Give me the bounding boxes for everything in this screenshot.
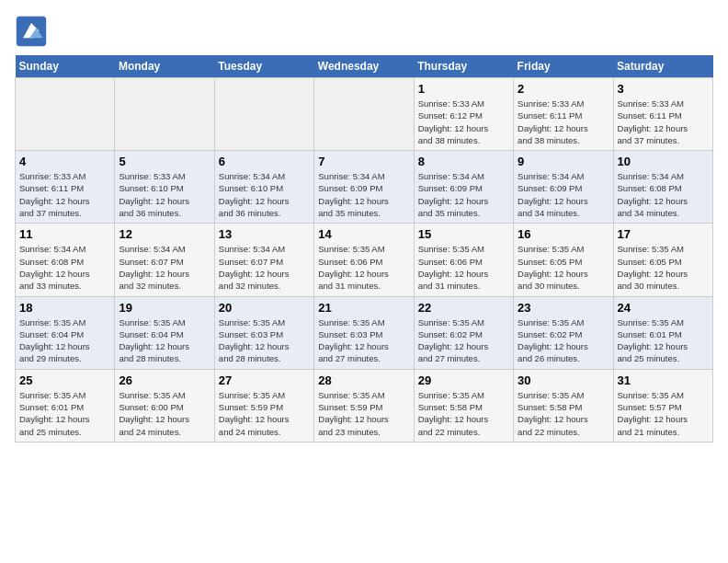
day-number: 31 (618, 373, 709, 387)
day-info: Sunrise: 5:34 AM Sunset: 6:07 PM Dayligh… (219, 243, 310, 292)
calendar-cell: 4Sunrise: 5:33 AM Sunset: 6:11 PM Daylig… (16, 151, 115, 224)
day-header-monday: Monday (115, 55, 214, 78)
day-number: 21 (318, 301, 409, 315)
day-number: 7 (318, 155, 409, 168)
day-info: Sunrise: 5:34 AM Sunset: 6:09 PM Dayligh… (318, 170, 409, 219)
calendar-cell: 9Sunrise: 5:34 AM Sunset: 6:09 PM Daylig… (514, 151, 613, 224)
calendar-cell: 14Sunrise: 5:35 AM Sunset: 6:06 PM Dayli… (314, 224, 414, 296)
calendar-cell: 7Sunrise: 5:34 AM Sunset: 6:09 PM Daylig… (314, 151, 414, 224)
day-number: 13 (219, 227, 310, 241)
calendar-cell: 27Sunrise: 5:35 AM Sunset: 5:59 PM Dayli… (214, 369, 313, 442)
calendar-cell: 24Sunrise: 5:35 AM Sunset: 6:01 PM Dayli… (613, 296, 712, 369)
day-info: Sunrise: 5:33 AM Sunset: 6:11 PM Dayligh… (518, 98, 609, 146)
calendar-week-1: 1Sunrise: 5:33 AM Sunset: 6:12 PM Daylig… (16, 78, 713, 151)
calendar-week-5: 25Sunrise: 5:35 AM Sunset: 6:01 PM Dayli… (16, 369, 713, 442)
day-info: Sunrise: 5:35 AM Sunset: 6:02 PM Dayligh… (518, 316, 609, 365)
day-info: Sunrise: 5:35 AM Sunset: 6:05 PM Dayligh… (518, 243, 609, 292)
day-header-tuesday: Tuesday (214, 55, 313, 78)
day-number: 12 (119, 227, 210, 241)
day-info: Sunrise: 5:33 AM Sunset: 6:11 PM Dayligh… (19, 170, 110, 219)
day-number: 14 (318, 227, 409, 241)
calendar-cell (314, 78, 414, 151)
day-info: Sunrise: 5:33 AM Sunset: 6:11 PM Dayligh… (618, 98, 709, 146)
day-info: Sunrise: 5:34 AM Sunset: 6:08 PM Dayligh… (618, 170, 709, 219)
day-info: Sunrise: 5:34 AM Sunset: 6:08 PM Dayligh… (19, 243, 110, 292)
calendar-week-4: 18Sunrise: 5:35 AM Sunset: 6:04 PM Dayli… (16, 296, 713, 369)
day-info: Sunrise: 5:35 AM Sunset: 6:01 PM Dayligh… (618, 316, 709, 365)
day-number: 11 (19, 227, 110, 241)
logo-icon (15, 15, 48, 48)
calendar-cell: 6Sunrise: 5:34 AM Sunset: 6:10 PM Daylig… (214, 151, 313, 224)
day-info: Sunrise: 5:35 AM Sunset: 5:58 PM Dayligh… (518, 389, 609, 438)
calendar-cell: 5Sunrise: 5:33 AM Sunset: 6:10 PM Daylig… (115, 151, 214, 224)
day-number: 23 (518, 301, 609, 315)
day-info: Sunrise: 5:35 AM Sunset: 6:06 PM Dayligh… (418, 243, 509, 292)
calendar-cell: 20Sunrise: 5:35 AM Sunset: 6:03 PM Dayli… (214, 296, 313, 369)
day-number: 17 (618, 227, 709, 241)
day-info: Sunrise: 5:34 AM Sunset: 6:09 PM Dayligh… (518, 170, 609, 219)
day-number: 5 (119, 155, 210, 168)
day-header-thursday: Thursday (414, 55, 513, 78)
day-number: 18 (19, 301, 110, 315)
calendar-cell: 2Sunrise: 5:33 AM Sunset: 6:11 PM Daylig… (514, 78, 613, 151)
day-info: Sunrise: 5:35 AM Sunset: 6:06 PM Dayligh… (318, 243, 409, 292)
calendar-cell: 22Sunrise: 5:35 AM Sunset: 6:02 PM Dayli… (414, 296, 513, 369)
calendar-cell: 30Sunrise: 5:35 AM Sunset: 5:58 PM Dayli… (514, 369, 613, 442)
page-header (15, 15, 713, 48)
day-info: Sunrise: 5:34 AM Sunset: 6:07 PM Dayligh… (119, 243, 210, 292)
day-number: 16 (518, 227, 609, 241)
calendar-cell: 26Sunrise: 5:35 AM Sunset: 6:00 PM Dayli… (115, 369, 214, 442)
day-number: 20 (219, 301, 310, 315)
day-info: Sunrise: 5:35 AM Sunset: 6:05 PM Dayligh… (618, 243, 709, 292)
day-number: 27 (219, 373, 310, 387)
day-info: Sunrise: 5:35 AM Sunset: 6:00 PM Dayligh… (119, 389, 210, 438)
calendar-cell: 10Sunrise: 5:34 AM Sunset: 6:08 PM Dayli… (613, 151, 712, 224)
day-info: Sunrise: 5:35 AM Sunset: 6:04 PM Dayligh… (19, 316, 110, 365)
calendar-cell: 28Sunrise: 5:35 AM Sunset: 5:59 PM Dayli… (314, 369, 414, 442)
calendar-header-row: SundayMondayTuesdayWednesdayThursdayFrid… (16, 55, 713, 78)
day-header-wednesday: Wednesday (314, 55, 414, 78)
day-number: 30 (518, 373, 609, 387)
calendar-week-3: 11Sunrise: 5:34 AM Sunset: 6:08 PM Dayli… (16, 224, 713, 296)
day-number: 26 (119, 373, 210, 387)
day-number: 29 (418, 373, 509, 387)
calendar-cell: 13Sunrise: 5:34 AM Sunset: 6:07 PM Dayli… (214, 224, 313, 296)
day-info: Sunrise: 5:35 AM Sunset: 6:03 PM Dayligh… (318, 316, 409, 365)
day-info: Sunrise: 5:34 AM Sunset: 6:09 PM Dayligh… (418, 170, 509, 219)
calendar-cell: 17Sunrise: 5:35 AM Sunset: 6:05 PM Dayli… (613, 224, 712, 296)
day-number: 1 (418, 82, 509, 96)
day-info: Sunrise: 5:35 AM Sunset: 6:02 PM Dayligh… (418, 316, 509, 365)
calendar-cell (115, 78, 214, 151)
day-number: 4 (19, 155, 110, 168)
calendar-cell: 31Sunrise: 5:35 AM Sunset: 5:57 PM Dayli… (613, 369, 712, 442)
calendar-cell: 29Sunrise: 5:35 AM Sunset: 5:58 PM Dayli… (414, 369, 513, 442)
calendar-cell: 16Sunrise: 5:35 AM Sunset: 6:05 PM Dayli… (514, 224, 613, 296)
calendar-cell: 21Sunrise: 5:35 AM Sunset: 6:03 PM Dayli… (314, 296, 414, 369)
day-info: Sunrise: 5:35 AM Sunset: 5:59 PM Dayligh… (318, 389, 409, 438)
day-number: 2 (518, 82, 609, 96)
day-info: Sunrise: 5:33 AM Sunset: 6:12 PM Dayligh… (418, 98, 509, 146)
calendar-cell: 1Sunrise: 5:33 AM Sunset: 6:12 PM Daylig… (414, 78, 513, 151)
day-number: 9 (518, 155, 609, 168)
calendar-cell: 12Sunrise: 5:34 AM Sunset: 6:07 PM Dayli… (115, 224, 214, 296)
logo (15, 15, 51, 48)
calendar-cell: 18Sunrise: 5:35 AM Sunset: 6:04 PM Dayli… (16, 296, 115, 369)
calendar-cell (214, 78, 313, 151)
day-number: 15 (418, 227, 509, 241)
calendar-table: SundayMondayTuesdayWednesdayThursdayFrid… (15, 55, 713, 442)
day-number: 28 (318, 373, 409, 387)
day-number: 8 (418, 155, 509, 168)
day-info: Sunrise: 5:35 AM Sunset: 6:03 PM Dayligh… (219, 316, 310, 365)
day-info: Sunrise: 5:34 AM Sunset: 6:10 PM Dayligh… (219, 170, 310, 219)
calendar-body: 1Sunrise: 5:33 AM Sunset: 6:12 PM Daylig… (16, 78, 713, 442)
calendar-cell (16, 78, 115, 151)
calendar-cell: 11Sunrise: 5:34 AM Sunset: 6:08 PM Dayli… (16, 224, 115, 296)
day-header-friday: Friday (514, 55, 613, 78)
calendar-cell: 3Sunrise: 5:33 AM Sunset: 6:11 PM Daylig… (613, 78, 712, 151)
day-info: Sunrise: 5:35 AM Sunset: 5:59 PM Dayligh… (219, 389, 310, 438)
day-number: 25 (19, 373, 110, 387)
day-number: 3 (618, 82, 709, 96)
calendar-cell: 25Sunrise: 5:35 AM Sunset: 6:01 PM Dayli… (16, 369, 115, 442)
day-number: 19 (119, 301, 210, 315)
day-info: Sunrise: 5:35 AM Sunset: 6:04 PM Dayligh… (119, 316, 210, 365)
